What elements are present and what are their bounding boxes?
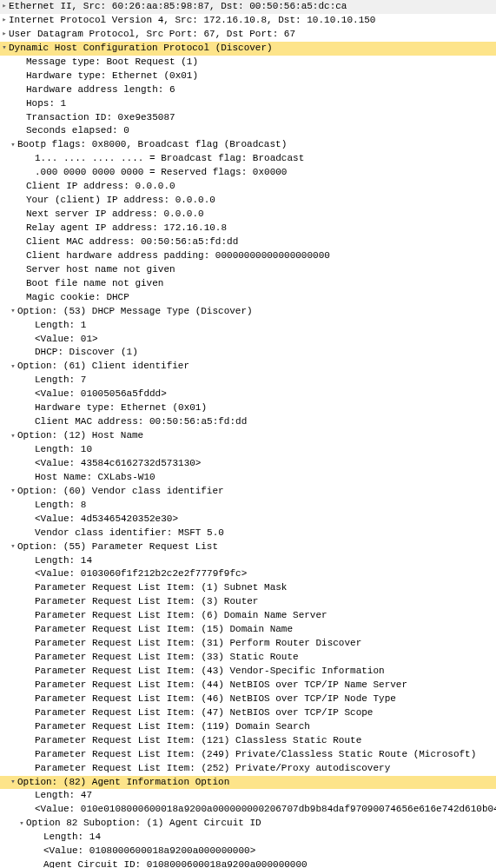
tree-row[interactable]: ▾Option 82 Suboption: (1) Agent Circuit … [0, 817, 496, 831]
tree-row: Client MAC address: 00:50:56:a5:fd:dd [0, 235, 496, 249]
tree-row[interactable]: ▾Option: (12) Host Name [0, 429, 496, 443]
collapse-icon[interactable]: ▾ [9, 777, 17, 788]
tree-row: Parameter Request List Item: (1) Subnet … [0, 581, 496, 595]
tree-row: Host Name: CXLabs-W10 [0, 471, 496, 485]
row-text: Option: (82) Agent Information Option [17, 776, 229, 790]
tree-row[interactable]: ▾Dynamic Host Configuration Protocol (Di… [0, 42, 496, 56]
expand-icon[interactable]: ▸ [0, 29, 9, 40]
collapse-icon[interactable]: ▾ [9, 140, 17, 151]
tree-row: Parameter Request List Item: (15) Domain… [0, 623, 496, 637]
tree-row: Parameter Request List Item: (249) Priva… [0, 748, 496, 762]
tree-row: Parameter Request List Item: (119) Domai… [0, 720, 496, 734]
row-text: Option: (61) Client identifier [17, 360, 189, 374]
tree-row: <Value: 4d53465420352e30> [0, 513, 496, 527]
tree-row[interactable]: ▾Option: (55) Parameter Request List [0, 540, 496, 554]
tree-row: Parameter Request List Item: (46) NetBIO… [0, 692, 496, 706]
tree-row: Client hardware address padding: 0000000… [0, 249, 496, 263]
row-text: Parameter Request List Item: (119) Domai… [35, 720, 310, 734]
collapse-icon[interactable]: ▾ [9, 306, 17, 317]
tree-row: Parameter Request List Item: (31) Perfor… [0, 637, 496, 651]
tree-row: Length: 8 [0, 499, 496, 513]
row-text: 1... .... .... .... = Broadcast flag: Br… [35, 152, 304, 166]
tree-row: Length: 10 [0, 443, 496, 457]
tree-row[interactable]: ▾Option: (82) Agent Information Option [0, 776, 496, 790]
collapse-icon[interactable]: ▾ [9, 486, 17, 497]
tree-row: DHCP: Discover (1) [0, 346, 496, 360]
tree-row: Client MAC address: 00:50:56:a5:fd:dd [0, 415, 496, 429]
tree-row[interactable]: ▸Ethernet II, Src: 60:26:aa:85:98:87, Ds… [0, 0, 496, 14]
tree-row: <Value: 0108000600018a9200a000000000> [0, 845, 496, 858]
collapse-icon[interactable]: ▾ [17, 818, 26, 830]
row-text: Client IP address: 0.0.0.0 [26, 180, 175, 194]
row-text: Boot file name not given [26, 277, 163, 291]
tree-row: Parameter Request List Item: (3) Router [0, 595, 496, 609]
tree-row: <Value: 0103060f1f212b2c2e2f7779f9fc> [0, 567, 496, 581]
row-text: Magic cookie: DHCP [26, 291, 129, 305]
row-text: Parameter Request List Item: (3) Router [35, 595, 258, 609]
tree-row: <Value: 010e0108000600018a9200a000000000… [0, 803, 496, 817]
tree-row: Hardware type: Ethernet (0x01) [0, 70, 496, 83]
row-text: Hops: 1 [26, 97, 66, 111]
row-text: <Value: 01005056a5fddd> [35, 388, 167, 401]
row-text: Hardware type: Ethernet (0x01) [26, 70, 198, 83]
tree-row: Parameter Request List Item: (252) Priva… [0, 762, 496, 776]
expand-icon[interactable]: ▸ [0, 1, 9, 12]
row-text: Parameter Request List Item: (44) NetBIO… [35, 679, 407, 692]
row-text: Parameter Request List Item: (249) Priva… [35, 748, 476, 762]
tree-row: Seconds elapsed: 0 [0, 124, 496, 138]
row-text: Parameter Request List Item: (46) NetBIO… [35, 692, 396, 706]
row-text: Client MAC address: 00:50:56:a5:fd:dd [35, 415, 247, 429]
row-text: Seconds elapsed: 0 [26, 124, 129, 138]
tree-row: Relay agent IP address: 172.16.10.8 [0, 222, 496, 235]
tree-row: Length: 14 [0, 831, 496, 845]
tree-row: Server host name not given [0, 263, 496, 277]
row-text: <Value: 01> [35, 333, 98, 347]
row-text: Length: 47 [35, 789, 92, 803]
row-text: Host Name: CXLabs-W10 [35, 471, 155, 485]
row-text: Client hardware address padding: 0000000… [26, 249, 330, 263]
row-text: Parameter Request List Item: (47) NetBIO… [35, 706, 373, 720]
tree-row: Parameter Request List Item: (6) Domain … [0, 609, 496, 623]
tree-row: .000 0000 0000 0000 = Reserved flags: 0x… [0, 166, 496, 180]
tree-row[interactable]: ▾Option: (53) DHCP Message Type (Discove… [0, 305, 496, 319]
row-text: Parameter Request List Item: (121) Class… [35, 734, 361, 748]
tree-row: Agent Circuit ID: 0108000600018a9200a000… [0, 858, 496, 868]
row-text: Parameter Request List Item: (31) Perfor… [35, 637, 361, 651]
tree-row[interactable]: ▾Option: (61) Client identifier [0, 360, 496, 374]
tree-row: Next server IP address: 0.0.0.0 [0, 208, 496, 222]
tree-row: Magic cookie: DHCP [0, 291, 496, 305]
row-text: User Datagram Protocol, Src Port: 67, Ds… [9, 28, 295, 42]
collapse-icon[interactable]: ▾ [9, 431, 17, 442]
row-text: Length: 8 [35, 499, 86, 513]
row-text: Hardware address length: 6 [26, 83, 175, 97]
row-text: <Value: 4d53465420352e30> [35, 513, 178, 527]
row-text: Client MAC address: 00:50:56:a5:fd:dd [26, 235, 238, 249]
collapse-icon[interactable]: ▾ [0, 43, 9, 54]
row-text: DHCP: Discover (1) [35, 346, 138, 360]
row-text: Server host name not given [26, 263, 175, 277]
expand-icon[interactable]: ▸ [0, 15, 9, 26]
tree-row: Transaction ID: 0xe9e35087 [0, 111, 496, 125]
row-text: Option: (53) DHCP Message Type (Discover… [17, 305, 253, 319]
row-text: Length: 7 [35, 374, 86, 388]
tree-row[interactable]: ▸Internet Protocol Version 4, Src: 172.1… [0, 14, 496, 28]
tree-row: Hardware address length: 6 [0, 83, 496, 97]
row-text: Agent Circuit ID: 0108000600018a9200a000… [43, 858, 308, 868]
tree-row: Hops: 1 [0, 97, 496, 111]
tree-row[interactable]: ▸User Datagram Protocol, Src Port: 67, D… [0, 28, 496, 42]
tree-row: Length: 1 [0, 319, 496, 333]
tree-row: Parameter Request List Item: (43) Vendor… [0, 665, 496, 679]
row-text: .000 0000 0000 0000 = Reserved flags: 0x… [35, 166, 287, 180]
row-text: Vendor class identifier: MSFT 5.0 [35, 527, 224, 540]
row-text: Internet Protocol Version 4, Src: 172.16… [9, 14, 375, 28]
collapse-icon[interactable]: ▾ [9, 361, 17, 373]
tree-row: Vendor class identifier: MSFT 5.0 [0, 527, 496, 540]
row-text: <Value: 43584c6162732d573130> [35, 457, 201, 471]
tree-row: Your (client) IP address: 0.0.0.0 [0, 194, 496, 208]
row-text: Length: 10 [35, 443, 92, 457]
tree-row[interactable]: ▾Option: (60) Vendor class identifier [0, 485, 496, 499]
tree-row: Parameter Request List Item: (44) NetBIO… [0, 679, 496, 692]
tree-row: Length: 7 [0, 374, 496, 388]
tree-row[interactable]: ▾Bootp flags: 0x8000, Broadcast flag (Br… [0, 138, 496, 152]
collapse-icon[interactable]: ▾ [9, 541, 17, 553]
